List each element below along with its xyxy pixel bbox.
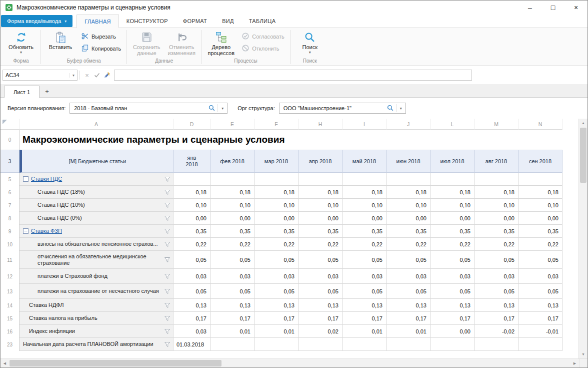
filter-icon[interactable] (164, 203, 170, 208)
data-cell[interactable]: 0,35 (474, 225, 518, 238)
data-cell[interactable]: 0,17 (342, 312, 386, 325)
data-cell[interactable] (386, 173, 430, 186)
data-cell[interactable]: 0,22 (210, 238, 254, 251)
data-cell[interactable]: 0,05 (474, 251, 518, 269)
data-cell[interactable]: 0,10 (174, 199, 210, 212)
data-cell[interactable]: 0,18 (210, 186, 254, 199)
data-cell[interactable]: 0,13 (298, 299, 342, 312)
data-cell[interactable]: 0,35 (430, 225, 474, 238)
data-cell[interactable]: 0,22 (518, 238, 562, 251)
data-cell[interactable] (474, 338, 518, 351)
data-cell[interactable]: 0,05 (210, 251, 254, 269)
data-cell[interactable]: 0,05 (174, 284, 210, 299)
data-cell[interactable]: 0,18 (386, 186, 430, 199)
data-cell[interactable] (386, 338, 430, 351)
filter-icon[interactable] (164, 274, 170, 279)
data-cell[interactable]: 0,00 (518, 212, 562, 225)
refresh-button[interactable]: Обновить ▾ (4, 30, 38, 55)
data-cell[interactable] (174, 173, 210, 186)
data-cell[interactable]: 0,10 (342, 199, 386, 212)
data-cell[interactable]: 0,10 (298, 199, 342, 212)
data-cell[interactable]: 0,13 (342, 299, 386, 312)
data-cell[interactable]: -0,01 (518, 325, 562, 338)
data-cell[interactable]: 0,05 (430, 284, 474, 299)
version-combo[interactable]: 2018 - Базовый план ▾ (70, 103, 228, 114)
data-cell[interactable]: 0,17 (386, 312, 430, 325)
data-cell[interactable]: 0,03 (254, 269, 298, 284)
data-cell[interactable]: 0,03 (386, 269, 430, 284)
data-cell[interactable]: 0,18 (254, 186, 298, 199)
data-cell[interactable] (210, 338, 254, 351)
data-cell[interactable]: 0,22 (254, 238, 298, 251)
vscroll-thumb[interactable] (580, 128, 586, 183)
copy-button[interactable]: Копировать (78, 43, 124, 55)
data-cell[interactable]: 0,13 (174, 299, 210, 312)
data-cell[interactable]: 0,00 (430, 212, 474, 225)
chevron-down-icon[interactable]: ▾ (220, 106, 224, 111)
data-cell[interactable]: 0,35 (174, 225, 210, 238)
data-cell[interactable]: 0,05 (386, 284, 430, 299)
process-tree-button[interactable]: Дерево процессов (204, 30, 238, 56)
data-cell[interactable] (342, 338, 386, 351)
data-cell[interactable]: 0,10 (386, 199, 430, 212)
filter-icon[interactable] (164, 216, 170, 221)
data-cell[interactable] (430, 338, 474, 351)
column-header-D[interactable]: D (174, 119, 210, 130)
data-cell[interactable]: 0,05 (518, 251, 562, 269)
row-label-cell[interactable]: Ставка НДС (18%) (20, 186, 174, 199)
scroll-up-icon[interactable]: ▲ (579, 119, 588, 127)
scroll-right-icon[interactable]: ▶ (570, 359, 579, 367)
data-cell[interactable] (254, 173, 298, 186)
data-cell[interactable]: 0,18 (298, 186, 342, 199)
data-cell[interactable]: 0,00 (254, 212, 298, 225)
column-header-A[interactable]: A (20, 119, 174, 130)
data-cell[interactable]: 0,17 (298, 312, 342, 325)
data-cell[interactable]: 0,00 (174, 212, 210, 225)
data-cell[interactable]: 0,05 (386, 251, 430, 269)
data-cell[interactable] (430, 173, 474, 186)
data-cell[interactable]: 0,10 (518, 199, 562, 212)
data-cell[interactable]: 0,00 (342, 212, 386, 225)
data-cell[interactable]: 0,05 (474, 284, 518, 299)
data-cell[interactable]: 0,00 (210, 212, 254, 225)
horizontal-scrollbar[interactable]: ◀ ▶ (0, 358, 588, 367)
data-cell[interactable]: 0,17 (430, 312, 474, 325)
data-cell[interactable]: 0,35 (386, 225, 430, 238)
month-header[interactable]: май 2018 (342, 150, 386, 173)
org-combo[interactable]: ООО "Машиностроение-1" ▾ (279, 103, 406, 114)
row-label-cell[interactable]: Ставки НДС (20, 173, 174, 186)
data-cell[interactable]: 0,18 (174, 186, 210, 199)
data-cell[interactable] (518, 173, 562, 186)
save-data-button[interactable]: Сохранить данные (130, 30, 164, 56)
data-cell[interactable]: 0,18 (474, 186, 518, 199)
data-cell[interactable]: 0,05 (430, 251, 474, 269)
month-header[interactable]: апр 2018 (298, 150, 342, 173)
data-cell[interactable]: 0,00 (430, 325, 474, 338)
undo-changes-button[interactable]: Отменить изменения (164, 30, 198, 56)
data-cell[interactable]: 0,18 (518, 186, 562, 199)
month-header[interactable]: июн 2018 (386, 150, 430, 173)
data-cell[interactable]: 0,35 (298, 225, 342, 238)
data-cell[interactable] (298, 338, 342, 351)
data-cell[interactable]: 01.03.2018 (174, 338, 210, 351)
minimize-button[interactable]: – (518, 1, 542, 15)
group-link[interactable]: Ставки НДС (31, 176, 62, 182)
data-cell[interactable]: 0,22 (386, 238, 430, 251)
data-cell[interactable]: 0,35 (254, 225, 298, 238)
data-cell[interactable]: 0,05 (298, 251, 342, 269)
data-cell[interactable]: 0,13 (518, 299, 562, 312)
filter-icon[interactable] (164, 177, 170, 182)
data-cell[interactable]: 0,10 (430, 199, 474, 212)
sheet-tab-list1[interactable]: Лист 1 (4, 86, 40, 98)
formula-input[interactable] (114, 70, 472, 81)
tab-tablitsa[interactable]: ТАБЛИЦА (242, 15, 284, 28)
collapse-icon[interactable] (23, 176, 28, 182)
data-cell[interactable]: 0,01 (386, 325, 430, 338)
data-cell[interactable]: 0,18 (430, 186, 474, 199)
scroll-down-icon[interactable]: ▼ (579, 350, 588, 358)
month-header[interactable]: авг 2018 (474, 150, 518, 173)
month-header[interactable]: фев 2018 (210, 150, 254, 173)
data-cell[interactable]: 0,17 (518, 312, 562, 325)
data-cell[interactable]: 0,05 (298, 284, 342, 299)
tab-konstruktor[interactable]: КОНСТРУКТОР (119, 15, 176, 28)
